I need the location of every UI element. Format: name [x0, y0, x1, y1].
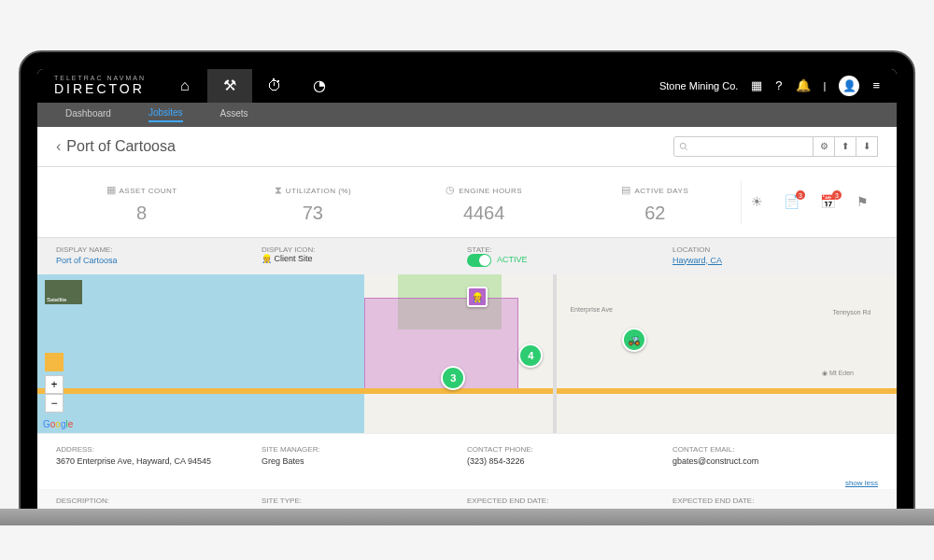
tab-dashboard[interactable]: Dashboard — [65, 108, 111, 121]
avatar[interactable]: 👤 — [839, 76, 859, 96]
stat-active-days: ▤ACTIVE DAYS 62 — [570, 180, 741, 224]
address-label: ADDRESS: — [56, 445, 262, 454]
manager-value: Greg Bates — [262, 456, 467, 466]
search-input[interactable] — [673, 136, 814, 157]
state-toggle[interactable] — [467, 254, 491, 267]
state-value: ACTIVE — [497, 255, 528, 264]
nav-timer-icon[interactable]: ⏱ — [252, 69, 297, 103]
manager-label: SITE MANAGER: — [262, 445, 467, 454]
address-value: 3670 Enterprise Ave, Hayward, CA 94545 — [56, 456, 262, 466]
location-label: LOCATION — [672, 245, 878, 254]
display-name-value: Port of Cartoosa — [56, 256, 262, 265]
menu-icon[interactable]: ≡ — [872, 78, 880, 92]
display-icon-label: DISPLAY ICON: — [262, 245, 467, 254]
company-name: Stone Mining Co. — [659, 80, 738, 91]
sub-nav: Dashboard Jobsites Assets — [37, 103, 897, 127]
details-row: ADDRESS:3670 Enterprise Ave, Hayward, CA… — [37, 433, 897, 477]
info-row: DISPLAY NAME: Port of Cartoosa DISPLAY I… — [37, 238, 897, 274]
end-date-label: EXPECTED END DATE: — [672, 497, 878, 505]
map-zoom-out[interactable]: − — [45, 394, 64, 413]
tab-assets[interactable]: Assets — [220, 108, 248, 121]
help-icon[interactable]: ? — [775, 78, 782, 92]
nav-jobsites-icon[interactable]: ⚒ — [207, 69, 252, 103]
map-site-marker[interactable]: 👷 — [467, 287, 488, 307]
asset-icon: ▦ — [106, 184, 116, 195]
top-nav: ⌂ ⚒ ⏱ ◔ — [163, 69, 342, 103]
grid-icon[interactable]: ▦ — [751, 78, 762, 92]
details-row-2: DESCRIPTION: SITE TYPE: EXPECTED END DAT… — [37, 489, 897, 509]
action-sun-icon[interactable]: ☀ — [751, 194, 763, 209]
action-cal-icon[interactable]: 📅3 — [820, 194, 836, 209]
calendar-icon: ▤ — [621, 184, 630, 195]
map[interactable]: Enterprise Ave Tennyson Rd ◉ Mt Eden 👷 3… — [37, 274, 897, 433]
show-less-link[interactable]: show less — [37, 477, 897, 489]
top-bar: TELETRAC NAVMAN DIRECTOR ⌂ ⚒ ⏱ ◔ Stone M… — [37, 69, 897, 103]
action-flag-icon[interactable]: ⚑ — [856, 194, 869, 209]
download-button[interactable]: ⬇ — [856, 136, 878, 157]
google-logo: Google — [43, 419, 73, 429]
stats-row: ▦ASSET COUNT 8 ⧗UTILIZATION (%) 73 ◷ENGI… — [37, 167, 897, 238]
map-pegman[interactable] — [45, 353, 64, 371]
map-asset-marker[interactable]: 🚜 — [622, 328, 646, 352]
stat-asset-count: ▦ASSET COUNT 8 — [56, 180, 227, 224]
stat-utilization: ⧗UTILIZATION (%) 73 — [227, 180, 398, 224]
map-street-label: Enterprise Ave — [570, 306, 612, 313]
description-label: DESCRIPTION: — [56, 497, 262, 505]
nav-home-icon[interactable]: ⌂ — [163, 69, 207, 103]
title-bar: ‹ Port of Cartoosa ⚙ ⬆ ⬇ — [37, 127, 897, 167]
tab-jobsites[interactable]: Jobsites — [149, 107, 183, 122]
clock-icon: ◷ — [446, 184, 455, 195]
brand-logo: TELETRAC NAVMAN DIRECTOR — [37, 75, 163, 96]
map-satellite-toggle[interactable]: Satellite — [45, 280, 82, 304]
settings-button[interactable]: ⚙ — [813, 136, 835, 157]
map-street-label: Tennyson Rd — [833, 309, 871, 315]
email-value: gbates@construct.com — [672, 456, 878, 466]
hourglass-icon: ⧗ — [275, 184, 282, 195]
location-link[interactable]: Hayward, CA — [672, 256, 878, 265]
upload-button[interactable]: ⬆ — [834, 136, 856, 157]
email-label: CONTACT EMAIL: — [672, 445, 878, 454]
site-type-label: SITE TYPE: — [262, 497, 467, 505]
page-title: Port of Cartoosa — [66, 138, 176, 155]
end-date-label: EXPECTED END DATE: — [467, 497, 672, 505]
map-poi-label: ◉ Mt Eden — [822, 370, 854, 377]
stat-engine-hours: ◷ENGINE HOURS 4464 — [399, 180, 570, 224]
map-zoom-in[interactable]: + — [45, 375, 64, 394]
state-label: STATE: — [467, 245, 672, 254]
back-button[interactable]: ‹ — [56, 138, 61, 155]
nav-chart-icon[interactable]: ◔ — [297, 69, 342, 103]
phone-value: (323) 854-3226 — [467, 456, 672, 466]
bell-icon[interactable]: 🔔 — [796, 78, 811, 92]
action-doc-icon[interactable]: 📄3 — [784, 194, 800, 209]
phone-label: CONTACT PHONE: — [467, 445, 672, 454]
worker-icon: 👷 — [262, 254, 272, 263]
display-name-label: DISPLAY NAME: — [56, 245, 262, 254]
